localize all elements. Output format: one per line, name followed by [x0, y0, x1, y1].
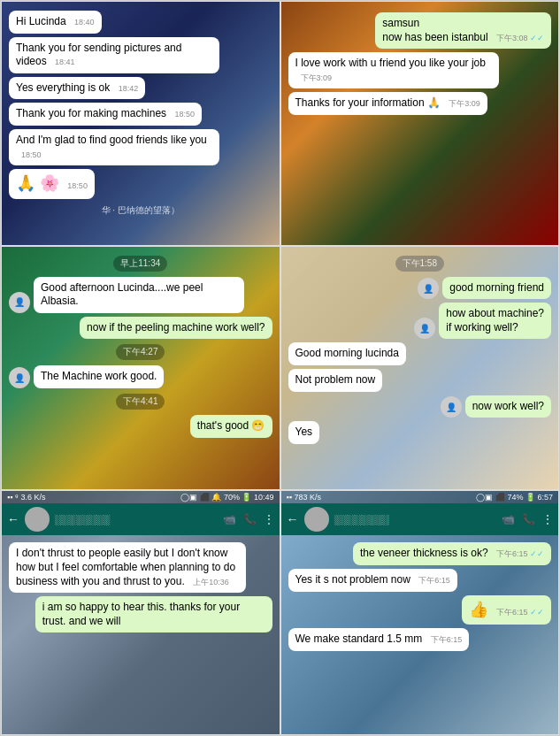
message-text: Thank you for sending pictures and video…: [16, 42, 181, 68]
message-text: Thanks for your information 🙏: [295, 96, 441, 109]
message-row: now work well? 👤: [288, 395, 552, 418]
contact-avatar: [304, 507, 329, 532]
message-time: 上午10:36: [193, 578, 229, 586]
status-right: ◯▣ ⬛ 74% 🔋 6:57: [476, 493, 553, 502]
contact-name: ░░░░░░░░: [334, 514, 497, 525]
emoji: 👍: [469, 601, 488, 618]
back-button[interactable]: ←: [287, 512, 299, 526]
chat-messages-6: the veneer thickness is ok? 下午6:15 ✓✓ Ye…: [281, 535, 559, 734]
message-text: We make standard 1.5 mm: [295, 632, 423, 645]
message-text: I love work with u friend you like your …: [295, 57, 486, 69]
message-text: that's good 😁: [197, 419, 265, 432]
message-time: 18:40: [74, 18, 95, 27]
message-text: Thank you for making machines: [16, 107, 166, 119]
chat-messages-3: 早上11:34 👤 Good afternoon Lucinda....we p…: [2, 247, 280, 490]
read-check: ✓✓: [530, 549, 544, 558]
avatar: 👤: [9, 292, 30, 313]
message-time: 18:41: [55, 58, 75, 66]
message-time: 下午3:09: [301, 73, 333, 82]
status-left: ▪▪ 783 K/s: [287, 493, 321, 502]
message-bubble: i am so happy to hear this. thanks for y…: [35, 596, 272, 632]
message-time: 下午3:08 ✓✓: [496, 34, 544, 42]
chat-messages-2: samsun now has been istanbul 下午3:08 ✓✓ I…: [281, 2, 559, 245]
message-bubble: Yes: [288, 421, 320, 444]
video-call-icon[interactable]: 📹: [502, 513, 515, 525]
message-bubble: good morning friend: [442, 277, 551, 300]
message-bubble: Not problem now: [288, 369, 383, 392]
message-time: 下午6:15 ✓✓: [496, 608, 544, 617]
message-bubble: I don't thrust to people easily but I do…: [9, 542, 246, 593]
back-button[interactable]: ←: [7, 512, 19, 526]
message-text: now if the peeling machine work well?: [87, 321, 265, 334]
message-row: good morning friend 👤: [288, 277, 552, 300]
message-bubble: that's good 😁: [190, 415, 272, 438]
message-bubble: Yes everything is ok 18:42: [9, 77, 145, 100]
message-row: 👤 Good afternoon Lucinda....we peel Alba…: [9, 277, 272, 313]
message-text: i am so happy to hear this. thanks for y…: [42, 601, 240, 627]
message-bubble: now work well?: [465, 395, 551, 418]
message-time: 18:50: [174, 110, 195, 119]
status-bar: ▪▪ 783 K/s ◯▣ ⬛ 74% 🔋 6:57: [281, 491, 559, 503]
message-row: how about machine? if working well? 👤: [288, 303, 552, 339]
message-bubble: 👍 下午6:15 ✓✓: [462, 595, 551, 625]
message-bubble: Thanks for your information 🙏 下午3:09: [288, 92, 487, 115]
message-bubble: And I'm glad to find good friends like y…: [9, 129, 219, 165]
message-bubble: We make standard 1.5 mm 下午6:15: [288, 628, 470, 651]
status-right: ◯▣ ⬛ 🔔 70% 🔋 10:49: [180, 493, 273, 502]
message-time: 18:42: [119, 84, 139, 93]
message-time: 下午6:15: [431, 635, 463, 644]
message-text: now work well?: [472, 400, 544, 412]
message-time: 下午6:15 ✓✓: [496, 549, 544, 558]
message-text: Hi Lucinda: [16, 15, 66, 27]
message-text: Good afternoon Lucinda....we peel Albasi…: [41, 281, 203, 308]
chat-cell-6: ▪▪ 783 K/s ◯▣ ⬛ 74% 🔋 6:57 ← ░░░░░░░░ 📹 …: [280, 490, 560, 735]
menu-icon[interactable]: ⋮: [542, 513, 553, 525]
message-bubble: how about machine? if working well?: [439, 303, 551, 339]
message-bubble: Good afternoon Lucinda....we peel Albasi…: [34, 277, 244, 313]
message-time: 18:50: [21, 150, 42, 159]
read-check: ✓✓: [530, 608, 544, 617]
avatar: 👤: [414, 318, 435, 339]
status-bar: ▪▪ ᵍ 3.6 K/s ◯▣ ⬛ 🔔 70% 🔋 10:49: [2, 491, 280, 503]
avatar: 👤: [441, 396, 462, 418]
chat-cell-2: samsun now has been istanbul 下午3:08 ✓✓ I…: [280, 1, 560, 246]
call-icon[interactable]: 📞: [243, 513, 257, 525]
chat-cell-4: 下午1:58 good morning friend 👤 how about m…: [280, 246, 560, 491]
read-check: ✓✓: [530, 34, 544, 42]
chat-messages-4: 下午1:58 good morning friend 👤 how about m…: [281, 247, 559, 490]
message-text: The Machine work good.: [41, 370, 157, 382]
message-bubble: The Machine work good.: [34, 365, 164, 388]
header-icons: 📹 📞 ⋮: [223, 513, 274, 525]
message-text: Yes: [295, 426, 313, 438]
chat-cell-1: Hi Lucinda 18:40 Thank you for sending p…: [1, 1, 280, 246]
chat-header: ← ░░░░░░░░ 📹 📞 ⋮: [2, 503, 280, 535]
video-call-icon[interactable]: 📹: [223, 513, 236, 525]
emoji: 🙏 🌸: [16, 174, 59, 192]
chat-cell-5: ▪▪ ᵍ 3.6 K/s ◯▣ ⬛ 🔔 70% 🔋 10:49 ← ░░░░░░…: [1, 490, 280, 735]
message-bubble: now if the peeling machine work well?: [80, 317, 272, 340]
message-text: the veneer thickness is ok?: [360, 547, 488, 559]
location-footer: 华 · 巴纳德的望落）: [9, 204, 272, 217]
message-bubble: Thank you for making machines 18:50: [9, 103, 202, 126]
message-time: 下午6:15: [418, 576, 450, 585]
status-left: ▪▪ ᵍ 3.6 K/s: [7, 493, 45, 502]
avatar: 👤: [418, 278, 439, 299]
message-bubble: I love work with u friend you like your …: [288, 52, 499, 88]
message-row: 👤 The Machine work good.: [9, 365, 272, 388]
message-text: Yes it s not problem now: [295, 573, 410, 586]
menu-icon[interactable]: ⋮: [264, 513, 274, 525]
header-icons: 📹 📞 ⋮: [502, 513, 553, 525]
message-text: Good morning lucinda: [295, 347, 399, 359]
avatar: 👤: [9, 367, 30, 388]
call-icon[interactable]: 📞: [522, 513, 535, 525]
message-bubble: Yes it s not problem now 下午6:15: [288, 569, 457, 592]
message-text: how about machine? if working well?: [446, 307, 544, 334]
message-text: And I'm glad to find good friends like y…: [16, 134, 207, 146]
timestamp-label: 下午4:27: [116, 344, 165, 360]
message-text: Not problem now: [295, 373, 376, 386]
timestamp-label: 早上11:34: [113, 256, 167, 272]
chat-header: ← ░░░░░░░░ 📹 📞 ⋮: [281, 503, 559, 535]
contact-avatar: [25, 507, 50, 532]
message-text: good morning friend: [449, 281, 544, 294]
message-bubble: the veneer thickness is ok? 下午6:15 ✓✓: [353, 542, 551, 565]
